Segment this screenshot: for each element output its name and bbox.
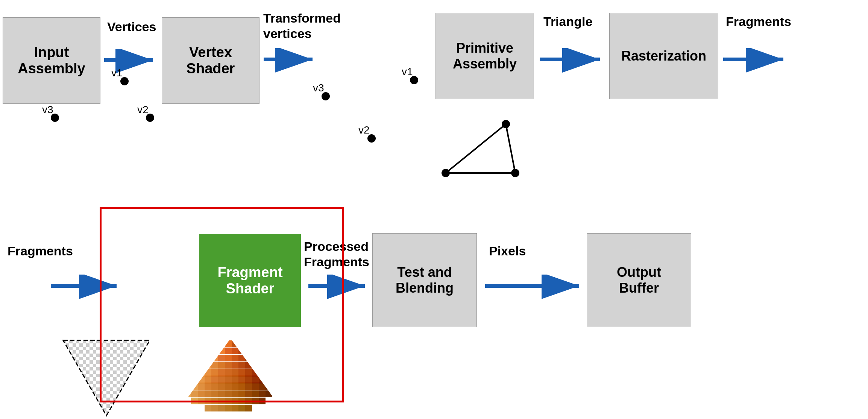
arrow-triangle [538, 48, 607, 73]
arrow-triangle-label: Triangle [543, 14, 592, 29]
rasterization-label: Rasterization [621, 48, 706, 64]
fragment-shader-label: FragmentShader [217, 264, 282, 297]
svg-rect-108 [218, 405, 225, 411]
svg-rect-109 [225, 405, 232, 411]
arrow-fragments-top-label: Fragments [726, 14, 791, 29]
vertex-v2-label-1: v2 [137, 104, 149, 116]
output-buffer-label: OutputBuffer [617, 264, 661, 296]
triangle-diagram [434, 105, 525, 188]
rasterization-box: Rasterization [609, 13, 718, 99]
diagram-container: Input Assembly Vertices VertexShader v1 … [0, 0, 868, 419]
pixels-label: Pixels [489, 244, 526, 258]
svg-rect-110 [232, 405, 238, 411]
primitive-assembly-label: PrimitiveAssembly [453, 40, 517, 72]
test-blending-box: Test andBlending [372, 233, 477, 327]
vertex-v1-dot-1 [120, 77, 129, 85]
fragment-shader-box: FragmentShader [199, 234, 301, 327]
vertex-v3-dot-2 [322, 92, 330, 100]
vertex-v3-label-2: v3 [313, 82, 324, 94]
vertex-v1-label-1: v1 [111, 67, 123, 79]
vertex-v2-label-2: v2 [358, 124, 370, 136]
svg-rect-107 [211, 405, 218, 411]
vertex-shader-box: VertexShader [162, 17, 259, 104]
arrow-vertices-label: Vertices [107, 20, 156, 34]
vertex-shader-label: VertexShader [187, 44, 235, 77]
svg-line-7 [506, 124, 515, 173]
svg-rect-111 [238, 405, 245, 411]
vertex-v1-label-2: v1 [402, 66, 413, 78]
svg-point-10 [502, 120, 510, 128]
vertex-v2-dot-2 [367, 134, 376, 143]
arrow-transformed [262, 48, 320, 73]
svg-rect-106 [205, 405, 211, 411]
vertex-v3-dot-1 [51, 114, 59, 122]
fragments-bottom-label: Fragments [8, 244, 73, 258]
primitive-assembly-box: PrimitiveAssembly [436, 13, 534, 99]
input-assembly-label: Input Assembly [3, 44, 100, 77]
vertex-v2-dot-1 [146, 114, 154, 122]
arrow-fragments-top [721, 48, 791, 73]
arrow-pixels [483, 275, 589, 299]
svg-point-11 [511, 169, 519, 177]
svg-rect-112 [245, 405, 252, 411]
vertex-v1-dot-2 [410, 76, 418, 84]
test-blending-label: Test andBlending [396, 264, 454, 296]
input-assembly-box: Input Assembly [3, 17, 100, 104]
svg-point-9 [442, 169, 450, 177]
svg-line-6 [446, 124, 506, 173]
vertex-v3-label-1: v3 [42, 104, 53, 116]
arrow-transformed-label: Transformedvertices [263, 11, 341, 41]
output-buffer-box: OutputBuffer [587, 233, 691, 327]
